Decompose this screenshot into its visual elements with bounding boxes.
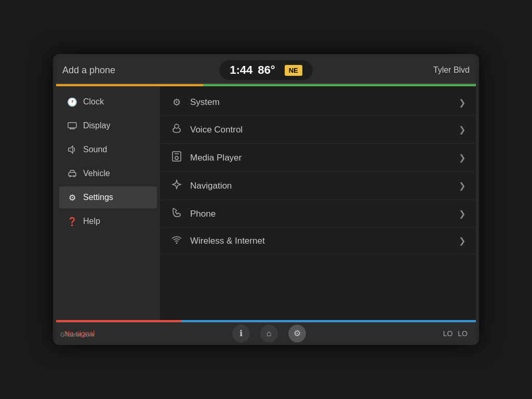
sidebar-label-vehicle: Vehicle	[83, 169, 110, 178]
svg-point-8	[175, 124, 179, 128]
phone-icon	[170, 207, 183, 220]
top-bar: Add a phone 1:44 86° NE Tyler Blvd	[56, 57, 476, 84]
watermark: GTcarlot.com	[60, 331, 94, 338]
svg-line-9	[174, 127, 175, 129]
navigation-icon	[170, 179, 183, 192]
settings-icon: ⚙	[66, 192, 78, 203]
info-button[interactable]: ℹ	[232, 325, 250, 342]
street-display: Tyler Blvd	[313, 65, 470, 75]
svg-marker-4	[69, 146, 73, 153]
menu-label-system: System	[190, 97, 451, 108]
phone-label[interactable]: Add a phone	[62, 65, 219, 76]
sidebar-item-vehicle[interactable]: Vehicle	[59, 163, 157, 184]
sidebar-item-clock[interactable]: 🕐 Clock	[59, 91, 157, 113]
clock-display: 1:44	[230, 63, 252, 77]
home-button[interactable]: ⌂	[260, 325, 278, 342]
direction-display: NE	[285, 65, 302, 76]
sidebar-label-clock: Clock	[83, 97, 104, 107]
menu-label-navigation: Navigation	[190, 181, 451, 191]
chevron-icon-phone: ❯	[459, 209, 466, 219]
menu-label-media-player: Media Player	[190, 153, 451, 163]
sidebar-item-help[interactable]: ❓ Help	[59, 210, 157, 232]
sidebar-label-sound: Sound	[83, 145, 107, 154]
climate-label-right: LO	[458, 329, 468, 338]
system-icon: ⚙	[170, 97, 183, 108]
chevron-icon-navigation: ❯	[459, 181, 466, 191]
menu-item-phone[interactable]: Phone ❯	[160, 200, 476, 228]
bottom-buttons: ℹ ⌂ ⚙	[232, 325, 306, 342]
svg-rect-0	[68, 123, 76, 128]
sidebar: 🕐 Clock Display	[56, 86, 160, 320]
menu-item-navigation[interactable]: Navigation ❯	[160, 172, 476, 200]
menu-label-voice-control: Voice Control	[190, 125, 451, 135]
sound-icon	[66, 144, 78, 155]
help-icon: ❓	[66, 216, 78, 227]
climate-display: LO LO	[443, 329, 468, 338]
svg-point-11	[175, 156, 178, 159]
sidebar-label-display: Display	[83, 121, 110, 130]
menu-item-media-player[interactable]: Media Player ❯	[160, 144, 476, 172]
media-player-icon	[170, 151, 183, 164]
menu-item-system[interactable]: ⚙ System ❯	[160, 89, 476, 116]
vehicle-icon	[66, 168, 78, 179]
menu-list: ⚙ System ❯ Voice Control ❯	[160, 86, 476, 320]
top-bar-center: 1:44 86° NE	[219, 60, 312, 80]
chevron-icon-system: ❯	[459, 98, 466, 108]
main-content: 🕐 Clock Display	[56, 86, 476, 320]
sidebar-label-settings: Settings	[83, 193, 113, 202]
sidebar-label-help: Help	[83, 217, 100, 226]
temperature-display: 86°	[258, 63, 275, 77]
sidebar-item-display[interactable]: Display	[59, 115, 157, 137]
sidebar-item-sound[interactable]: Sound	[59, 139, 157, 161]
sidebar-item-settings[interactable]: ⚙ Settings	[59, 187, 157, 208]
menu-label-phone: Phone	[190, 209, 451, 219]
clock-icon: 🕐	[66, 96, 78, 108]
settings-button[interactable]: ⚙	[288, 325, 306, 342]
svg-point-13	[176, 243, 178, 244]
bottom-bar: No signal ℹ ⌂ ⚙ LO LO	[56, 322, 476, 344]
wireless-icon	[170, 235, 183, 246]
chevron-icon-wireless-internet: ❯	[459, 236, 466, 246]
menu-item-wireless-internet[interactable]: Wireless & Internet ❯	[160, 228, 476, 254]
menu-label-wireless-internet: Wireless & Internet	[190, 236, 451, 246]
main-frame: Add a phone 1:44 86° NE Tyler Blvd 🕐 Clo…	[53, 54, 479, 345]
chevron-icon-media-player: ❯	[459, 153, 466, 163]
display-icon	[66, 120, 78, 131]
climate-label: LO	[443, 329, 453, 338]
menu-item-voice-control[interactable]: Voice Control ❯	[160, 116, 476, 144]
chevron-icon-voice-control: ❯	[459, 125, 466, 135]
voice-control-icon	[170, 123, 183, 136]
